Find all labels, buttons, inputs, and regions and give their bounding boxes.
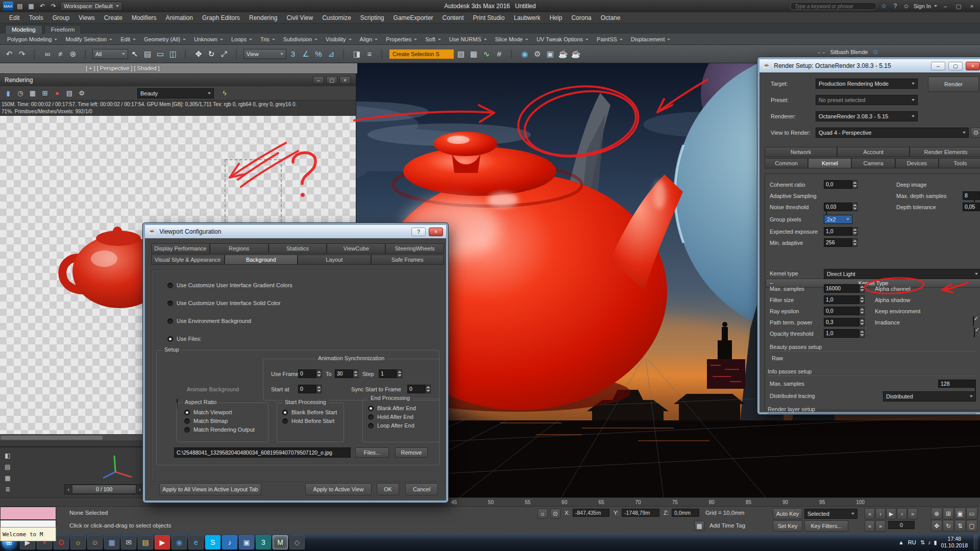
background-file-path-field[interactable]: C:\25488041_1329582040480034_60819594070… bbox=[174, 447, 351, 458]
ribbon-section[interactable]: Geometry (All) bbox=[141, 36, 189, 43]
zoom-all-icon[interactable]: ⊞ bbox=[943, 508, 954, 519]
close-button[interactable]: × bbox=[967, 3, 977, 10]
taskbar-app-3dsmax-active[interactable]: M bbox=[273, 535, 288, 549]
render-setup-tab[interactable]: Camera bbox=[851, 158, 895, 168]
ribbon-section[interactable]: Visibility bbox=[323, 36, 355, 43]
render-setup-tab[interactable]: Kernel bbox=[808, 158, 851, 168]
taskbar-app-youtube[interactable]: ▶ bbox=[155, 535, 170, 549]
next-frame-arrow[interactable]: › bbox=[136, 485, 143, 494]
max-depth-samples-spinner[interactable]: 8 bbox=[963, 191, 980, 200]
time-slider-thumb[interactable]: 0 / 100 bbox=[72, 485, 136, 494]
dialog-tab[interactable]: ViewCube bbox=[327, 243, 385, 254]
cancel-button[interactable]: Cancel bbox=[405, 483, 438, 495]
toolbar-divider[interactable]: │ bbox=[231, 47, 243, 61]
ribbon-toggle-icon[interactable]: ▦ bbox=[468, 47, 480, 61]
end-processing-radio[interactable]: Hold After End bbox=[368, 414, 439, 420]
ribbon-section[interactable]: Slice Mode bbox=[492, 36, 531, 43]
dialog-titlebar[interactable]: ☕ Render Setup: OctaneRender 3.08.3 - 5.… bbox=[760, 59, 980, 72]
ribbon-tab[interactable]: Freeform bbox=[44, 25, 82, 34]
close-button[interactable]: × bbox=[966, 62, 980, 70]
angle-snap-icon[interactable]: ∠ bbox=[300, 47, 312, 61]
sign-in-button[interactable]: Sign In bbox=[914, 3, 931, 9]
language-indicator[interactable]: RU bbox=[908, 539, 916, 545]
tray-network-icon[interactable]: ⇅ bbox=[920, 539, 925, 546]
filter-size-spinner[interactable]: 1,0 bbox=[824, 295, 865, 304]
help-button[interactable]: ? bbox=[411, 228, 426, 236]
ribbon-section[interactable]: Displacement bbox=[628, 36, 674, 43]
select-and-link-icon[interactable]: ∞ bbox=[41, 47, 54, 61]
color-sample-icon[interactable]: ● bbox=[52, 88, 63, 99]
start-at-spinner[interactable]: 0 bbox=[298, 385, 322, 393]
pause-icon[interactable]: ▮ bbox=[3, 88, 14, 99]
time-slider[interactable]: ‹ 0 / 100 › bbox=[64, 484, 144, 494]
kernel-type-dropdown[interactable]: Direct Light bbox=[824, 269, 980, 279]
select-and-scale-icon[interactable]: ⤢ bbox=[218, 47, 230, 61]
dialog-tab[interactable]: Regions bbox=[210, 243, 268, 254]
taskbar-app-mail[interactable]: ✉ bbox=[121, 535, 136, 549]
expected-exposure-spinner[interactable]: 1,0 bbox=[824, 227, 857, 236]
ribbon-section[interactable]: UV Tweak Options bbox=[533, 36, 592, 43]
minimize-button[interactable]: – bbox=[940, 3, 950, 10]
create-selection-set-field[interactable]: Create Selection S bbox=[389, 49, 454, 59]
character-icon[interactable]: ☺ bbox=[872, 48, 878, 56]
print-icon[interactable]: ▤ bbox=[64, 88, 75, 99]
view-to-render-dropdown[interactable]: Quad 4 - Perspective bbox=[816, 128, 969, 138]
show-desktop-button[interactable] bbox=[974, 535, 978, 550]
next-frame-button[interactable]: › bbox=[897, 508, 907, 519]
taskbar-app-ideas[interactable]: ☼ bbox=[70, 535, 86, 549]
keyboard-override-icon[interactable]: ▦ bbox=[694, 521, 704, 531]
previous-key-button[interactable]: « bbox=[865, 520, 875, 532]
open-file-icon[interactable]: ▤ bbox=[15, 2, 24, 10]
minimize-button[interactable]: – bbox=[931, 62, 945, 70]
toolbar-divider[interactable]: │ bbox=[506, 47, 518, 61]
menu-item[interactable]: Print Studio bbox=[469, 13, 509, 22]
undo-icon[interactable]: ↶ bbox=[3, 47, 15, 61]
ok-button[interactable]: OK bbox=[377, 483, 399, 495]
step-spinner[interactable]: 1 bbox=[379, 369, 402, 378]
crossing-selection-icon[interactable]: ◫ bbox=[167, 47, 179, 61]
menu-item[interactable]: Modifiers bbox=[128, 13, 161, 22]
orbit-icon[interactable]: ↻ bbox=[943, 520, 954, 532]
toolbar-divider[interactable]: │ bbox=[180, 47, 192, 61]
menu-item[interactable]: Graph Editors bbox=[198, 13, 244, 22]
render-setup-icon[interactable]: ⚙ bbox=[531, 47, 544, 61]
zoom-region-icon[interactable]: ▭ bbox=[966, 508, 977, 519]
bind-to-space-warp-icon[interactable]: ⊛ bbox=[67, 47, 79, 61]
dialog-tab[interactable]: Safe Frames bbox=[371, 255, 445, 265]
curve-editor-icon[interactable]: ∿ bbox=[480, 47, 493, 61]
menu-item[interactable]: Edit bbox=[5, 13, 24, 22]
dialog-tab[interactable]: Layout bbox=[298, 255, 371, 265]
render-button[interactable]: Render bbox=[928, 77, 979, 92]
ribbon-section[interactable]: Tris bbox=[257, 36, 278, 43]
taskbar-app-mediaplayer[interactable]: ♪ bbox=[222, 535, 237, 549]
redo-icon[interactable]: ↷ bbox=[49, 2, 58, 10]
render-production-icon[interactable]: ☕ bbox=[557, 47, 569, 61]
menu-item[interactable]: Rendering bbox=[245, 13, 281, 22]
zoom-extents-icon[interactable]: ▣ bbox=[954, 508, 966, 519]
settings-icon[interactable]: ⚙ bbox=[76, 88, 87, 99]
start-processing-radio[interactable]: Hold Before Start bbox=[282, 418, 344, 424]
target-dropdown[interactable]: Production Rendering Mode bbox=[816, 79, 918, 89]
maxscript-listener-popup[interactable]: Welcome to M bbox=[0, 527, 56, 541]
render-setup-tab[interactable]: Account bbox=[837, 147, 910, 157]
ribbon-section[interactable]: Align bbox=[357, 36, 381, 43]
menu-item[interactable]: Tools bbox=[25, 13, 47, 22]
select-and-rotate-icon[interactable]: ↻ bbox=[205, 47, 217, 61]
render-setup-tab[interactable]: Render Elements bbox=[910, 147, 980, 157]
select-by-name-icon[interactable]: ▤ bbox=[141, 47, 154, 61]
radio-gradient-colors[interactable]: Use Customize User Interface Gradient Co… bbox=[167, 282, 292, 288]
previous-frame-arrow[interactable]: ‹ bbox=[65, 485, 72, 494]
radio-use-files[interactable]: Use Files: bbox=[167, 336, 202, 342]
x-coordinate-field[interactable]: -847,435m bbox=[573, 509, 609, 517]
selection-set-dropdown[interactable]: Selected bbox=[804, 509, 857, 519]
taskbar-app-photoshop[interactable]: ◇ bbox=[289, 535, 305, 549]
layer-manager-icon[interactable]: ▧ bbox=[455, 47, 467, 61]
play-button[interactable]: ▶ bbox=[886, 508, 896, 519]
tray-expand-icon[interactable]: ▲ bbox=[898, 539, 904, 545]
menu-item[interactable]: Create bbox=[100, 13, 127, 22]
align-icon[interactable]: ≡ bbox=[363, 47, 376, 61]
z-coordinate-field[interactable]: 0,0mm bbox=[672, 509, 699, 517]
dolly-icon[interactable]: ⇅ bbox=[954, 520, 966, 532]
maximize-button[interactable]: ▢ bbox=[326, 76, 337, 84]
menu-item[interactable]: Content bbox=[438, 13, 468, 22]
